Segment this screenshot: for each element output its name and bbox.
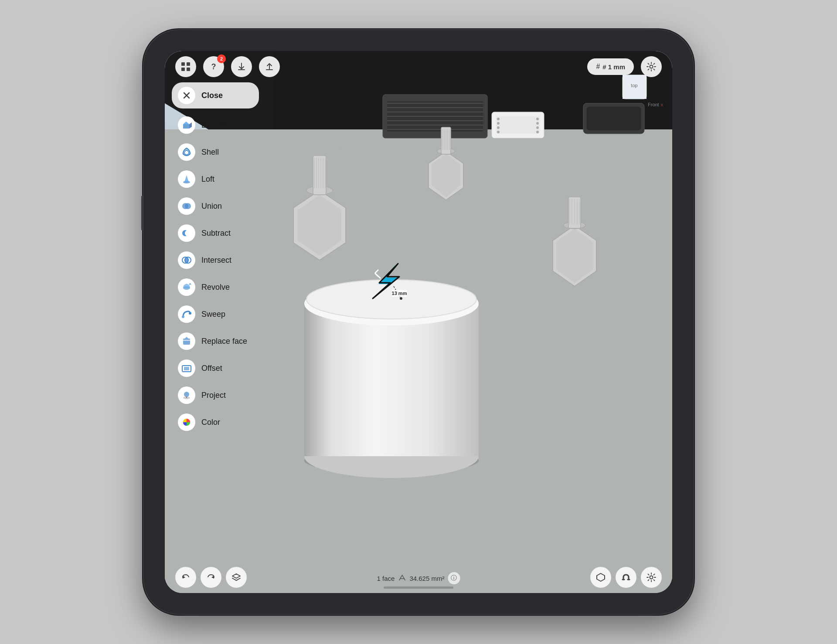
tablet-screen: 13 mm top — [165, 51, 672, 593]
sidebar: Close Extrude — [172, 82, 259, 435]
sidebar-item-replace-face[interactable]: Replace face — [172, 328, 259, 354]
upload-icon — [265, 62, 274, 71]
upload-button[interactable] — [259, 56, 280, 77]
svg-text:13 mm: 13 mm — [392, 291, 407, 296]
sidebar-item-loft[interactable]: Loft — [172, 166, 259, 192]
grid-button[interactable] — [175, 56, 196, 77]
settings-button-bottom[interactable] — [641, 567, 662, 588]
settings-button-top[interactable] — [641, 56, 662, 77]
svg-point-88 — [189, 312, 191, 315]
undo-button[interactable] — [175, 567, 196, 588]
svg-rect-70 — [187, 62, 190, 66]
close-icon — [178, 87, 195, 104]
gear-icon-bottom — [646, 573, 656, 582]
extrude-label: Extrude — [201, 121, 228, 130]
union-label: Union — [201, 202, 222, 211]
color-icon — [178, 414, 195, 431]
undo-icon — [181, 573, 191, 582]
svg-rect-11 — [496, 116, 540, 134]
scene-button[interactable] — [590, 567, 611, 588]
svg-point-54 — [306, 280, 476, 319]
svg-rect-93 — [184, 367, 189, 370]
download-icon — [237, 62, 246, 71]
sweep-icon — [178, 305, 195, 323]
svg-point-84 — [185, 230, 191, 236]
info-button[interactable]: ⓘ — [448, 572, 460, 584]
subtract-icon — [178, 224, 195, 242]
sidebar-item-extrude[interactable]: Extrude — [172, 112, 259, 138]
project-label: Project — [201, 391, 226, 400]
loft-label: Loft — [201, 175, 214, 184]
shell-label: Shell — [201, 148, 219, 157]
revolve-icon — [178, 278, 195, 296]
bottom-right-buttons — [590, 567, 662, 588]
area-icon — [398, 574, 406, 582]
svg-point-14 — [497, 126, 500, 129]
svg-rect-69 — [181, 62, 185, 66]
toolbar-top: ? 2 # # 1 mm — [165, 51, 672, 82]
svg-point-105 — [650, 576, 653, 579]
color-label: Color — [201, 418, 220, 427]
svg-rect-72 — [187, 68, 190, 71]
sidebar-item-sweep[interactable]: Sweep — [172, 301, 259, 327]
sidebar-item-union[interactable]: Union — [172, 193, 259, 219]
offset-icon — [178, 359, 195, 377]
tablet-frame: 13 mm top — [144, 30, 693, 614]
redo-button[interactable] — [201, 567, 221, 588]
svg-text:x: x — [661, 102, 663, 107]
sidebar-item-shell[interactable]: Shell — [172, 139, 259, 165]
svg-point-61 — [400, 297, 402, 300]
svg-point-13 — [497, 122, 500, 125]
svg-point-18 — [536, 126, 539, 129]
svg-point-17 — [536, 122, 539, 125]
sidebar-item-intersect[interactable]: Intersect — [172, 247, 259, 273]
sidebar-item-revolve[interactable]: Revolve — [172, 274, 259, 300]
help-button[interactable]: ? 2 — [203, 56, 224, 77]
svg-marker-77 — [183, 122, 189, 124]
svg-point-82 — [185, 203, 191, 209]
revolve-label: Revolve — [201, 283, 230, 292]
svg-marker-78 — [189, 122, 192, 129]
svg-marker-98 — [183, 576, 185, 579]
download-button[interactable] — [231, 56, 252, 77]
sidebar-item-project[interactable]: Project — [172, 382, 259, 408]
layers-button[interactable] — [226, 567, 247, 588]
scene-icon — [596, 573, 606, 582]
union-icon — [178, 197, 195, 215]
face-count: 1 face — [377, 575, 395, 582]
status-bar: 1 face 34.625 mm² ⓘ — [377, 572, 460, 584]
svg-point-19 — [536, 131, 539, 133]
magnet-icon — [621, 573, 631, 582]
grid-icon — [181, 62, 191, 71]
loft-icon — [178, 170, 195, 188]
gear-icon-top — [646, 62, 656, 71]
svg-rect-21 — [587, 107, 641, 130]
replace-face-label: Replace face — [201, 337, 247, 346]
sweep-label: Sweep — [201, 310, 225, 319]
svg-point-16 — [536, 118, 539, 120]
svg-point-95 — [184, 392, 189, 397]
svg-rect-25 — [313, 156, 326, 195]
svg-point-12 — [497, 118, 500, 120]
notification-badge: 2 — [217, 54, 226, 63]
intersect-icon — [178, 251, 195, 269]
redo-icon — [206, 573, 216, 582]
bottom-left-buttons — [175, 567, 247, 588]
shell-icon — [178, 143, 195, 161]
snap-button[interactable]: # # 1 mm — [587, 58, 634, 75]
svg-rect-90 — [183, 339, 190, 345]
magnet-button[interactable] — [616, 567, 636, 588]
svg-rect-52 — [304, 304, 479, 456]
svg-marker-80 — [184, 175, 189, 182]
sidebar-item-close[interactable]: Close — [172, 82, 259, 108]
offset-label: Offset — [201, 364, 222, 373]
svg-text:top: top — [631, 83, 637, 88]
sidebar-item-offset[interactable]: Offset — [172, 355, 259, 381]
side-button-left[interactable] — [141, 196, 144, 230]
sidebar-item-subtract[interactable]: Subtract — [172, 220, 259, 246]
area-value: 34.625 mm² — [409, 575, 444, 582]
sidebar-item-color[interactable]: Color — [172, 409, 259, 435]
help-icon: ? — [211, 62, 216, 71]
svg-rect-76 — [183, 124, 189, 129]
close-label: Close — [201, 91, 223, 100]
